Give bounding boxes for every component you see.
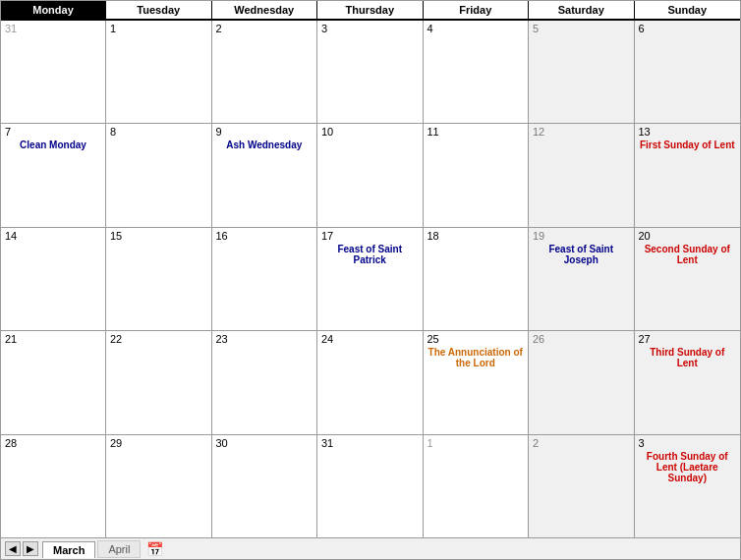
cell-number: 14 <box>5 230 101 242</box>
cell-number: 8 <box>110 126 207 138</box>
cell-number: 3 <box>321 23 419 34</box>
cell-number: 25 <box>428 333 525 345</box>
cell-event: The Annunciation of the Lord <box>428 347 525 368</box>
cell-number: 5 <box>533 23 630 34</box>
calendar-row-5: 28293031123Fourth Sunday of Lent (Laetar… <box>1 435 740 537</box>
cell-number: 11 <box>428 126 525 138</box>
nav-buttons: ◀ ▶ <box>5 541 38 556</box>
cell-5-5[interactable]: 1 <box>424 435 530 537</box>
cell-1-4[interactable]: 3 <box>317 21 424 123</box>
cell-event: Ash Wednesday <box>216 140 314 150</box>
cell-number: 2 <box>216 23 314 34</box>
next-button[interactable]: ▶ <box>23 541 38 556</box>
calendar-footer: ◀ ▶ March April 📅 <box>1 537 740 559</box>
add-calendar-icon[interactable]: 📅 <box>146 541 163 557</box>
cell-number: 10 <box>321 126 419 138</box>
header-sunday: Sunday <box>635 1 741 19</box>
cell-1-7[interactable]: 6 <box>635 21 741 123</box>
cell-number: 19 <box>533 230 630 242</box>
cell-2-1[interactable]: 7Clean Monday <box>1 124 106 226</box>
cell-number: 22 <box>110 333 207 345</box>
cell-number: 4 <box>428 23 525 34</box>
cell-4-7[interactable]: 27Third Sunday of Lent <box>635 331 741 433</box>
header-wednesday: Wednesday <box>212 1 318 19</box>
cell-number: 17 <box>321 230 419 242</box>
calendar-header: Monday Tuesday Wednesday Thursday Friday… <box>1 1 740 21</box>
calendar: Monday Tuesday Wednesday Thursday Friday… <box>0 0 741 560</box>
cell-number: 29 <box>110 437 207 449</box>
cell-number: 26 <box>533 333 630 345</box>
cell-2-6[interactable]: 12 <box>529 124 635 226</box>
cell-4-3[interactable]: 23 <box>212 331 318 433</box>
cell-5-6[interactable]: 2 <box>529 435 635 537</box>
cell-1-3[interactable]: 2 <box>212 21 318 123</box>
cell-4-4[interactable]: 24 <box>317 331 424 433</box>
cell-1-1[interactable]: 31 <box>1 21 106 123</box>
calendar-row-2: 7Clean Monday89Ash Wednesday10111213Firs… <box>1 124 740 227</box>
cell-3-6[interactable]: 19Feast of Saint Joseph <box>529 228 635 330</box>
cell-number: 13 <box>639 126 737 138</box>
cell-1-6[interactable]: 5 <box>529 21 635 123</box>
cell-number: 24 <box>321 333 419 345</box>
cell-5-7[interactable]: 3Fourth Sunday of Lent (Laetare Sunday) <box>635 435 741 537</box>
cell-event: Feast of Saint Patrick <box>321 244 419 265</box>
cell-number: 23 <box>216 333 314 345</box>
header-monday: Monday <box>1 1 106 19</box>
cell-3-2[interactable]: 15 <box>106 228 212 330</box>
cell-number: 2 <box>533 437 630 449</box>
header-friday: Friday <box>424 1 530 19</box>
month-tabs: March April <box>42 540 142 558</box>
cell-number: 3 <box>639 437 737 449</box>
cell-2-2[interactable]: 8 <box>106 124 212 226</box>
cell-number: 1 <box>428 437 525 449</box>
calendar-row-3: 14151617Feast of Saint Patrick1819Feast … <box>1 228 740 331</box>
cell-5-1[interactable]: 28 <box>1 435 106 537</box>
cell-number: 1 <box>110 23 207 34</box>
prev-button[interactable]: ◀ <box>5 541 21 556</box>
cell-1-5[interactable]: 4 <box>424 21 530 123</box>
cell-event: Feast of Saint Joseph <box>533 244 630 265</box>
cell-event: Fourth Sunday of Lent (Laetare Sunday) <box>639 451 737 483</box>
cell-4-2[interactable]: 22 <box>106 331 212 433</box>
header-thursday: Thursday <box>317 1 424 19</box>
calendar-grid: 311234567Clean Monday89Ash Wednesday1011… <box>1 21 740 537</box>
cell-2-5[interactable]: 11 <box>424 124 530 226</box>
cell-5-3[interactable]: 30 <box>212 435 318 537</box>
calendar-row-4: 2122232425The Annunciation of the Lord26… <box>1 331 740 434</box>
cell-number: 27 <box>639 333 737 345</box>
cell-3-7[interactable]: 20Second Sunday of Lent <box>635 228 741 330</box>
cell-2-4[interactable]: 10 <box>317 124 424 226</box>
cell-number: 15 <box>110 230 207 242</box>
cell-1-2[interactable]: 1 <box>106 21 212 123</box>
cell-3-4[interactable]: 17Feast of Saint Patrick <box>317 228 424 330</box>
header-tuesday: Tuesday <box>106 1 212 19</box>
cell-3-1[interactable]: 14 <box>1 228 106 330</box>
cell-2-7[interactable]: 13First Sunday of Lent <box>635 124 741 226</box>
cell-4-5[interactable]: 25The Annunciation of the Lord <box>424 331 530 433</box>
cell-number: 21 <box>5 333 101 345</box>
header-saturday: Saturday <box>529 1 635 19</box>
cell-number: 18 <box>428 230 525 242</box>
cell-number: 20 <box>639 230 737 242</box>
tab-april[interactable]: April <box>97 540 141 558</box>
cell-4-6[interactable]: 26 <box>529 331 635 433</box>
cell-event: First Sunday of Lent <box>639 140 737 150</box>
cell-4-1[interactable]: 21 <box>1 331 106 433</box>
cell-number: 30 <box>216 437 314 449</box>
cell-number: 28 <box>5 437 101 449</box>
cell-number: 6 <box>639 23 737 34</box>
cell-5-4[interactable]: 31 <box>317 435 424 537</box>
cell-2-3[interactable]: 9Ash Wednesday <box>212 124 318 226</box>
cell-number: 31 <box>5 23 101 34</box>
cell-number: 9 <box>216 126 314 138</box>
calendar-row-1: 31123456 <box>1 21 740 124</box>
cell-event: Second Sunday of Lent <box>639 244 737 265</box>
cell-event: Third Sunday of Lent <box>639 347 737 368</box>
cell-number: 16 <box>216 230 314 242</box>
tab-march[interactable]: March <box>42 541 95 558</box>
cell-3-3[interactable]: 16 <box>212 228 318 330</box>
cell-5-2[interactable]: 29 <box>106 435 212 537</box>
cell-number: 7 <box>5 126 101 138</box>
cell-number: 12 <box>533 126 630 138</box>
cell-3-5[interactable]: 18 <box>424 228 530 330</box>
